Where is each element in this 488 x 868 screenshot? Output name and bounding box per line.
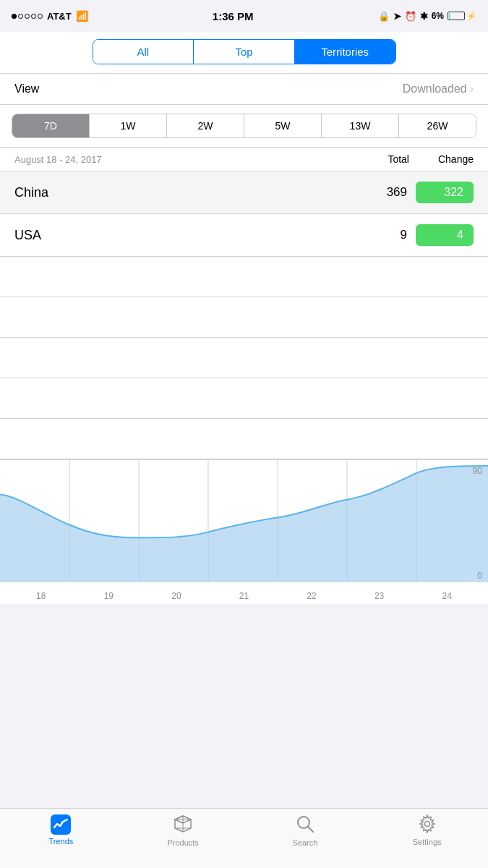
dot-5 (38, 14, 43, 19)
tab-trends[interactable]: Trends (0, 814, 122, 846)
wifi-icon: 📶 (76, 10, 88, 22)
search-tab-label: Search (292, 838, 317, 847)
view-label: View (14, 82, 39, 95)
x-label-22: 22 (307, 591, 316, 601)
chart-svg (0, 460, 488, 582)
downloaded-label: Downloaded (403, 82, 467, 95)
view-row[interactable]: View Downloaded › (0, 74, 488, 105)
tab-bar: Trends Products Search (0, 808, 488, 868)
row-values-usa: 9 4 (385, 224, 474, 246)
status-right: 🔒 ➤ ⏰ ✱ 6% ⚡ (378, 11, 476, 22)
time-period-selector: 7D 1W 2W 5W 13W 26W (0, 105, 488, 148)
table-row[interactable]: China 369 322 (0, 171, 488, 214)
time-button-group: 7D 1W 2W 5W 13W 26W (12, 114, 476, 138)
seg-top-button[interactable]: Top (194, 40, 295, 64)
row-values-china: 369 322 (385, 182, 474, 203)
x-label-19: 19 (104, 591, 114, 601)
seg-button-group: All Top Territories (93, 39, 396, 64)
tab-search[interactable]: Search (244, 814, 367, 847)
chevron-right-icon: › (470, 82, 474, 95)
x-label-23: 23 (374, 591, 384, 601)
status-left: AT&T 📶 (12, 10, 88, 22)
table-row[interactable]: USA 9 4 (0, 214, 488, 257)
empty-row-3 (0, 338, 488, 378)
y-min-label: 0 (477, 571, 482, 581)
dot-3 (25, 14, 30, 19)
total-usa: 9 (385, 228, 407, 242)
change-usa: 4 (416, 224, 474, 246)
battery-percent: 6% (432, 11, 444, 21)
tab-products[interactable]: Products (122, 814, 244, 847)
time-7d-button[interactable]: 7D (12, 114, 90, 137)
status-bar: AT&T 📶 1:36 PM 🔒 ➤ ⏰ ✱ 6% ⚡ (0, 0, 488, 32)
svg-point-8 (424, 822, 429, 827)
total-china: 369 (385, 185, 407, 200)
seg-territories-button[interactable]: Territories (295, 40, 395, 64)
alarm-icon: ⏰ (405, 11, 416, 22)
products-tab-label: Products (167, 838, 198, 847)
battery-icon: ⚡ (448, 12, 476, 21)
settings-tab-label: Settings (413, 838, 442, 846)
empty-row-5 (0, 419, 488, 459)
change-header: Change (438, 153, 474, 165)
location-icon: ➤ (393, 11, 401, 22)
x-axis-labels: 18 19 20 21 22 23 24 (0, 591, 488, 601)
empty-row-1 (0, 257, 488, 297)
time-13w-button[interactable]: 13W (322, 114, 399, 137)
total-header: Total (388, 153, 409, 165)
dot-1 (12, 14, 17, 19)
tab-settings[interactable]: Settings (366, 814, 488, 846)
status-time: 1:36 PM (213, 10, 254, 22)
settings-icon (418, 814, 437, 835)
trends-icon (51, 814, 71, 835)
segmented-control: All Top Territories (0, 32, 488, 74)
charging-icon: ⚡ (466, 12, 476, 21)
products-icon (174, 814, 192, 836)
svg-line-7 (308, 827, 313, 832)
dot-4 (31, 14, 36, 19)
table-header: August 18 - 24, 2017 Total Change (0, 148, 488, 171)
seg-all-button[interactable]: All (93, 40, 194, 64)
country-china: China (14, 185, 48, 200)
search-icon (296, 814, 314, 836)
x-label-20: 20 (171, 591, 181, 601)
y-max-label: 90 (473, 466, 482, 476)
date-range: August 18 - 24, 2017 (14, 154, 102, 165)
lock-icon: 🔒 (378, 11, 390, 22)
empty-row-4 (0, 378, 488, 419)
time-2w-button[interactable]: 2W (167, 114, 244, 137)
view-value-group: Downloaded › (403, 82, 474, 95)
bluetooth-icon: ✱ (420, 11, 428, 22)
time-5w-button[interactable]: 5W (244, 114, 322, 137)
dot-2 (18, 14, 23, 19)
trends-tab-label: Trends (48, 837, 73, 846)
header-columns: Total Change (388, 153, 474, 165)
data-table: August 18 - 24, 2017 Total Change China … (0, 148, 488, 459)
empty-row-2 (0, 297, 488, 338)
country-usa: USA (14, 228, 41, 243)
chart-container: 90 0 18 19 20 21 22 23 24 (0, 459, 488, 604)
change-china: 322 (416, 182, 474, 203)
signal-dots (12, 14, 43, 19)
x-label-18: 18 (36, 591, 46, 601)
x-label-21: 21 (239, 591, 249, 601)
time-26w-button[interactable]: 26W (399, 114, 476, 137)
time-1w-button[interactable]: 1W (90, 114, 167, 137)
x-label-24: 24 (442, 591, 451, 601)
carrier-label: AT&T (47, 11, 72, 22)
